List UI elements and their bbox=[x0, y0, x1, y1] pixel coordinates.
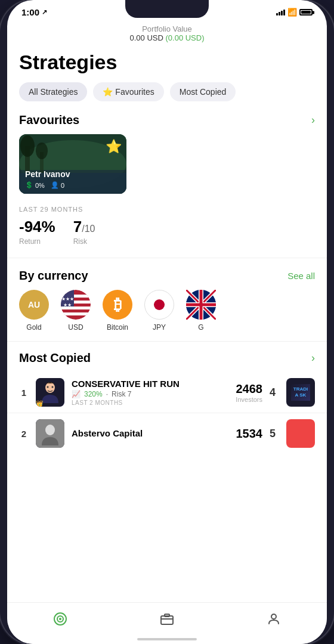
trader-1-name: CONSERVATIVE HIT RUN bbox=[72, 379, 228, 389]
svg-point-30 bbox=[47, 386, 49, 388]
trader-1-investors: 2468 Investors bbox=[236, 382, 262, 403]
risk-stat: 7/10 Risk bbox=[73, 218, 95, 246]
currency-item-gold[interactable]: AU Gold bbox=[19, 290, 49, 332]
currency-section-header: By currency See all bbox=[7, 267, 327, 290]
card-star-icon[interactable]: ⭐ bbox=[106, 139, 122, 154]
thumbnail-1: TRADIA SK bbox=[286, 378, 315, 407]
currency-scroll[interactable]: AU Gold ★ bbox=[7, 290, 327, 341]
usd-label: USD bbox=[68, 323, 83, 332]
rank-2: 2 bbox=[19, 429, 29, 439]
bottom-nav bbox=[7, 602, 327, 644]
gold-icon: AU bbox=[19, 290, 49, 320]
dollar-icon: 💲 bbox=[25, 181, 33, 189]
filter-tabs: All Strategies ⭐ Favourites Most Copied bbox=[7, 82, 327, 111]
rank-1: 1 bbox=[19, 388, 29, 398]
perf-stats: -94% Return 7/10 Risk bbox=[7, 215, 327, 258]
dot-separator: · bbox=[106, 390, 108, 398]
favourites-chevron-icon[interactable]: › bbox=[311, 114, 315, 126]
currency-item-gbp[interactable]: G bbox=[186, 290, 216, 332]
btc-label: Bitcoin bbox=[107, 323, 128, 332]
return-label: Return bbox=[19, 237, 55, 246]
card-stats: 💲 0% 👤 0 bbox=[25, 181, 120, 189]
svg-rect-37 bbox=[161, 616, 173, 624]
notch bbox=[125, 0, 209, 18]
jpy-icon bbox=[144, 290, 174, 320]
card-return-stat: 💲 0% bbox=[25, 181, 45, 189]
crown-icon: 👑 bbox=[36, 400, 43, 407]
trader-2-image bbox=[36, 419, 64, 448]
investors-label-1: Investors bbox=[236, 396, 262, 403]
trader-1-return: 320% bbox=[84, 390, 103, 398]
investors-count-1: 2468 bbox=[236, 382, 262, 396]
trader-2-avatar bbox=[36, 419, 64, 448]
trader-1-sub: 📈 320% · Risk 7 bbox=[72, 390, 228, 398]
favourites-scroll[interactable]: ⭐ Petr Ivanov 💲 0% 👤 0 bbox=[7, 134, 327, 203]
tab-favourites[interactable]: ⭐ Favourites bbox=[93, 82, 163, 101]
trading-thumbnail-icon: TRADIA SK bbox=[291, 384, 310, 401]
trader-2-info: Abstervo Capital bbox=[72, 428, 229, 439]
svg-rect-13 bbox=[61, 312, 91, 315]
trader-2-name: Abstervo Capital bbox=[72, 428, 229, 438]
most-copied-item-1[interactable]: 1 bbox=[7, 372, 327, 413]
portfolio-value: 0.00 USD (0.00 USD) bbox=[7, 33, 327, 42]
portfolio-change: (0.00 USD) bbox=[165, 33, 204, 42]
currency-item-btc[interactable]: ₿ Bitcoin bbox=[103, 290, 132, 332]
card-followers-stat: 👤 0 bbox=[51, 181, 64, 189]
page-title: Strategies bbox=[7, 45, 327, 82]
most-copied-section: Most Copied › 1 bbox=[7, 342, 327, 454]
favourites-title: Favourites bbox=[19, 113, 79, 127]
most-copied-header: Most Copied › bbox=[7, 349, 327, 372]
trader-2-investors: 1534 bbox=[236, 427, 263, 441]
favourite-card-petr[interactable]: ⭐ Petr Ivanov 💲 0% 👤 0 bbox=[19, 134, 126, 194]
favourites-section-header: Favourites › bbox=[7, 111, 327, 134]
nav-item-strategies[interactable] bbox=[53, 612, 67, 630]
nav-item-profile[interactable] bbox=[267, 612, 281, 630]
portfolio-label: Portfolio Value bbox=[7, 24, 327, 33]
currency-item-usd[interactable]: ★★★ ★★ USD bbox=[61, 290, 91, 332]
most-copied-item-2[interactable]: 2 Abstervo Capital bbox=[7, 413, 327, 454]
position-1: 4 bbox=[270, 386, 279, 399]
svg-text:★★★: ★★★ bbox=[61, 296, 74, 302]
battery-icon bbox=[299, 9, 313, 16]
portfolio-header: Portfolio Value 0.00 USD (0.00 USD) bbox=[7, 20, 327, 45]
gold-label: Gold bbox=[26, 323, 41, 332]
investors-count-2: 1534 bbox=[236, 427, 263, 441]
risk-value: 7/10 bbox=[73, 218, 95, 236]
risk-label: Risk bbox=[73, 237, 95, 246]
svg-point-40 bbox=[271, 614, 276, 619]
wifi-icon: 📶 bbox=[287, 8, 297, 17]
svg-point-31 bbox=[52, 386, 54, 388]
trader-1-risk: Risk 7 bbox=[112, 390, 131, 398]
currency-item-jpy[interactable]: JPY bbox=[144, 290, 174, 332]
home-indicator bbox=[137, 638, 197, 640]
nav-item-portfolio[interactable] bbox=[160, 612, 174, 630]
card-content: Petr Ivanov 💲 0% 👤 0 bbox=[19, 165, 126, 194]
most-copied-title: Most Copied bbox=[19, 351, 91, 365]
see-all-link[interactable]: See all bbox=[287, 271, 315, 281]
phone-frame: 1:00 ↗ 📶 Portfolio Value bbox=[0, 0, 334, 644]
return-value: -94% bbox=[19, 218, 55, 236]
tab-most-copied[interactable]: Most Copied bbox=[170, 82, 236, 101]
status-icons: 📶 bbox=[276, 8, 313, 17]
portfolio-nav-icon bbox=[160, 612, 174, 630]
profile-nav-icon bbox=[267, 612, 281, 630]
most-copied-chevron-icon[interactable]: › bbox=[311, 352, 315, 364]
card-trader-name: Petr Ivanov bbox=[25, 169, 120, 179]
location-icon: ↗ bbox=[42, 8, 47, 16]
gbp-label: G bbox=[198, 323, 203, 332]
trader-1-info: CONSERVATIVE HIT RUN 📈 320% · Risk 7 LAS… bbox=[72, 379, 228, 406]
usd-icon: ★★★ ★★ bbox=[61, 290, 91, 320]
currency-title: By currency bbox=[19, 269, 88, 283]
trader-1-image: 👑 bbox=[36, 378, 64, 407]
signal-bars-icon bbox=[276, 10, 285, 16]
tab-all-strategies[interactable]: All Strategies bbox=[19, 82, 87, 101]
svg-point-4 bbox=[20, 135, 35, 157]
svg-text:★★: ★★ bbox=[63, 302, 72, 308]
return-stat: -94% Return bbox=[19, 218, 55, 246]
jpy-label: JPY bbox=[153, 323, 166, 332]
scroll-content[interactable]: Portfolio Value 0.00 USD (0.00 USD) Stra… bbox=[7, 20, 327, 630]
strategies-nav-icon bbox=[53, 612, 67, 630]
gbp-icon bbox=[186, 290, 216, 320]
trader-1-months: LAST 2 MONTHS bbox=[72, 400, 228, 406]
phone-screen: 1:00 ↗ 📶 Portfolio Value bbox=[7, 0, 327, 644]
